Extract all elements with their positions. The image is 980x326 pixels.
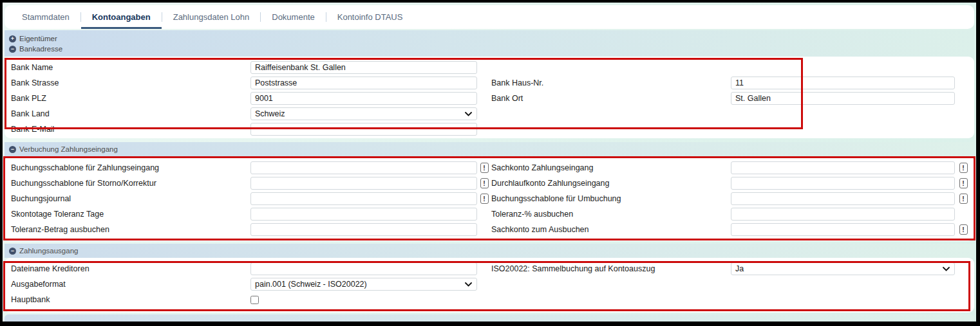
buchungsschablone-storno-label: Buchungsschablone für Storno/Korrektur	[11, 179, 250, 188]
form-row-bank-strasse: Bank Strasse Bank Haus-Nr.	[5, 75, 974, 91]
section-toggle-band: + Eigentümer − Bankadresse	[5, 30, 974, 57]
minus-circle-icon: −	[9, 46, 16, 53]
section-header-verbuchung[interactable]: − Verbuchung Zahlungseingang	[5, 142, 974, 156]
buchungsschablone-umbuchung-label: Buchungsschablone für Umbuchung	[491, 194, 731, 203]
toggle-bankadresse[interactable]: − Bankadresse	[9, 44, 974, 54]
ausgabeformat-selected-value: pain.001 (Schweiz - ISO20022)	[255, 280, 367, 289]
bank-address-panel: Bank Name Bank Strasse Bank Haus-Nr. Ban…	[5, 57, 974, 138]
toggle-eigentuemer-label: Eigentümer	[19, 35, 57, 42]
chevron-down-icon	[465, 112, 472, 116]
bank-email-input[interactable]	[250, 123, 477, 136]
bank-plz-input[interactable]	[250, 92, 477, 105]
iso20022-sammelbuchung-label: ISO20022: Sammelbuchung auf Kontoauszug	[491, 264, 731, 273]
toggle-eigentuemer[interactable]: + Eigentümer	[9, 33, 974, 44]
durchlaufkonto-input[interactable]	[731, 177, 955, 190]
bank-plz-label: Bank PLZ	[11, 94, 250, 103]
exclamation-flag-button[interactable]: !	[959, 178, 968, 188]
bank-email-label: Bank E-Mail	[11, 125, 250, 134]
tab-kontoangaben[interactable]: Kontoangaben	[81, 5, 162, 29]
exclamation-flag-button[interactable]: !	[959, 163, 968, 173]
buchungsschablone-zahlungseingang-input[interactable]	[250, 161, 477, 174]
form-row-bank-email: Bank E-Mail	[5, 122, 974, 137]
buchungsjournal-label: Buchungsjournal	[11, 194, 250, 203]
tab-bar: Stammdaten Kontoangaben Zahlungsdaten Lo…	[5, 5, 974, 29]
tab-stammdaten[interactable]: Stammdaten	[11, 5, 80, 29]
sachkonto-zahlungseingang-label: Sachkonto Zahlungseingang	[491, 163, 731, 172]
dateiname-kreditoren-label: Dateiname Kreditoren	[11, 264, 250, 273]
hauptbank-checkbox[interactable]	[250, 296, 259, 304]
section-header-zahlungsausgang[interactable]: − Zahlungsausgang	[5, 244, 974, 258]
iso20022-sammelbuchung-selected-value: Ja	[735, 264, 744, 273]
sachkonto-ausbuchen-label: Sachkonto zum Ausbuchen	[491, 225, 731, 234]
hauptbank-label: Hauptbank	[11, 295, 250, 304]
minus-circle-icon: −	[9, 248, 16, 255]
buchungsjournal-input[interactable]	[250, 192, 477, 205]
skontotage-label: Skontotage Toleranz Tage	[11, 210, 250, 219]
zahlungsausgang-panel: Dateiname Kreditoren ISO20022: Sammelbuc…	[5, 258, 974, 312]
app-window: Stammdaten Kontoangaben Zahlungsdaten Lo…	[0, 0, 980, 326]
form-row-bank-name: Bank Name	[5, 60, 974, 75]
sachkonto-zahlungseingang-input[interactable]	[731, 161, 955, 174]
toleranz-betrag-label: Toleranz-Betrag ausbuchen	[11, 225, 250, 234]
form-row: Buchungsschablone für Zahlungseingang ! …	[5, 160, 974, 176]
page-content: Stammdaten Kontoangaben Zahlungsdaten Lo…	[3, 3, 976, 321]
exclamation-flag-button[interactable]: !	[480, 194, 489, 204]
toleranz-betrag-input[interactable]	[250, 223, 477, 236]
chevron-down-icon	[465, 282, 472, 287]
verbuchung-panel: Buchungsschablone für Zahlungseingang ! …	[5, 156, 974, 241]
bank-name-input[interactable]	[250, 61, 477, 74]
buchungsschablone-umbuchung-input[interactable]	[731, 192, 955, 205]
buchungsschablone-storno-input[interactable]	[250, 177, 477, 190]
bank-ort-label: Bank Ort	[491, 94, 731, 103]
tab-dokumente[interactable]: Dokumente	[261, 5, 325, 29]
exclamation-flag-button[interactable]: !	[959, 224, 968, 235]
sachkonto-ausbuchen-input[interactable]	[731, 223, 955, 236]
bank-strasse-input[interactable]	[250, 77, 477, 89]
section-title-zahlungsausgang: Zahlungsausgang	[19, 247, 78, 255]
bank-haus-nr-input[interactable]	[731, 77, 955, 89]
iso20022-sammelbuchung-select[interactable]: Ja	[731, 262, 955, 275]
form-row: Buchungsjournal ! Buchungsschablone für …	[5, 191, 974, 206]
form-row: Toleranz-Betrag ausbuchen Sachkonto zum …	[5, 222, 974, 237]
durchlaufkonto-label: Durchlaufkonto Zahlungseingang	[491, 179, 731, 188]
bank-land-select[interactable]: Schweiz	[250, 107, 477, 120]
toleranz-prozent-label: Toleranz-% ausbuchen	[491, 210, 731, 219]
ausgabeformat-label: Ausgabeformat	[11, 280, 250, 289]
form-row: Ausgabeformat pain.001 (Schweiz - ISO200…	[5, 276, 974, 292]
toggle-bankadresse-label: Bankadresse	[19, 45, 62, 53]
tab-zahlungsdaten-lohn[interactable]: Zahlungsdaten Lohn	[162, 5, 261, 29]
tab-kontoinfo-dtaus[interactable]: Kontoinfo DTAUS	[326, 5, 414, 29]
toleranz-prozent-input[interactable]	[731, 208, 955, 221]
minus-circle-icon: −	[9, 146, 16, 153]
exclamation-flag-button[interactable]: !	[480, 178, 489, 188]
form-row-bank-plz: Bank PLZ Bank Ort	[5, 91, 974, 106]
dateiname-kreditoren-input[interactable]	[250, 262, 477, 275]
exclamation-flag-button[interactable]: !	[480, 163, 489, 173]
form-row: Buchungsschablone für Storno/Korrektur !…	[5, 176, 974, 191]
form-row: Dateiname Kreditoren ISO20022: Sammelbuc…	[5, 261, 974, 276]
bank-land-selected-value: Schweiz	[255, 109, 285, 118]
bank-strasse-label: Bank Strasse	[11, 78, 250, 87]
section-title-verbuchung: Verbuchung Zahlungseingang	[19, 145, 118, 153]
bank-land-label: Bank Land	[11, 109, 250, 118]
form-row-bank-land: Bank Land Schweiz	[5, 106, 974, 122]
collapsed-section-strip	[5, 314, 974, 321]
plus-circle-icon: +	[9, 35, 16, 42]
bank-haus-nr-label: Bank Haus-Nr.	[491, 78, 731, 87]
form-row: Skontotage Toleranz Tage Toleranz-% ausb…	[5, 206, 974, 222]
chevron-down-icon	[943, 267, 950, 271]
bank-name-label: Bank Name	[11, 63, 250, 72]
bank-ort-input[interactable]	[731, 92, 955, 105]
ausgabeformat-select[interactable]: pain.001 (Schweiz - ISO20022)	[250, 278, 477, 291]
skontotage-input[interactable]	[250, 208, 477, 221]
buchungsschablone-zahlungseingang-label: Buchungsschablone für Zahlungseingang	[11, 163, 250, 172]
form-row: Hauptbank	[5, 292, 974, 307]
exclamation-flag-button[interactable]: !	[959, 194, 968, 204]
